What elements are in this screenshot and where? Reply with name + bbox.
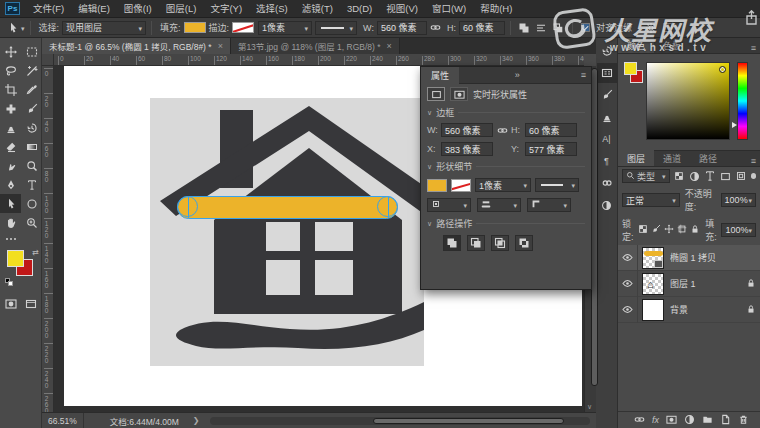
path-selection-tool[interactable] [0,194,21,213]
eyedropper-tool[interactable] [21,80,42,99]
layer-thumbnail[interactable] [642,299,664,321]
edit-toolbar-icon[interactable] [0,232,21,246]
stroke-width-dropdown[interactable]: 1像素 [258,21,312,35]
stroke-corners-dropdown[interactable] [527,198,571,212]
section-border[interactable]: 边框 [421,104,591,121]
menu-item-0[interactable]: 文件(F) [26,0,71,18]
default-colors-icon[interactable] [5,278,14,287]
tab-paths[interactable]: 路径 [690,150,726,166]
height-field[interactable]: 60 像素 [525,123,577,137]
shape-tool[interactable] [21,194,42,213]
fill-dropdown[interactable]: 100% [721,223,756,237]
path-alignment-button[interactable] [533,20,550,36]
shape-radius-handle-left[interactable] [177,196,198,217]
x-field[interactable]: 383 像素 [441,142,493,156]
layer-thumbnail[interactable]: ⌂ [642,273,664,295]
mask-properties-icon[interactable] [450,87,468,101]
layer-row-background[interactable]: 背景 [618,297,760,323]
path-arrangement-button[interactable] [550,20,567,36]
fill-color-swatch[interactable] [184,22,206,33]
tab-layers[interactable]: 图层 [618,150,654,166]
stroke-width-dropdown[interactable]: 1像素 [475,178,531,192]
section-path-operations[interactable]: 路径操作 [421,215,591,232]
document-tab-active[interactable]: 未标题-1 @ 66.5% (椭圆 1 拷贝, RGB/8#) * × [42,38,231,54]
libraries-panel-icon[interactable] [597,173,617,193]
lock-pixels-icon[interactable] [651,224,661,236]
link-dimensions-icon[interactable] [493,125,511,136]
quick-mask-icon[interactable] [5,298,17,312]
add-mask-icon[interactable] [666,414,677,427]
tab-channels[interactable]: 通道 [654,150,690,166]
filter-type-icon[interactable] [704,169,717,183]
stroke-color-swatch[interactable] [232,22,254,33]
layer-row-ellipse-copy[interactable]: 椭圆 1 拷贝 [618,245,760,271]
shape-stroke-swatch[interactable] [451,179,471,192]
paragraph-panel-icon[interactable]: ¶ [597,151,617,171]
filter-adjustment-icon[interactable] [688,169,701,183]
pen-tool[interactable] [0,175,21,194]
stroke-style-dropdown[interactable] [535,178,579,192]
vertical-scrollbar-thumb[interactable] [591,68,598,386]
menu-item-9[interactable]: 窗口(W) [425,0,473,18]
stroke-style-dropdown[interactable] [315,21,357,35]
menu-item-3[interactable]: 图层(L) [159,0,204,18]
menu-item-8[interactable]: 视图(V) [379,0,425,18]
panel-menu-icon[interactable]: ≡ [577,70,591,80]
new-group-icon[interactable] [702,414,713,427]
layer-name[interactable]: 背景 [670,303,688,316]
menu-item-2[interactable]: 图像(I) [117,0,159,18]
layer-name[interactable]: 椭圆 1 拷贝 [670,251,716,264]
collapse-panel-icon[interactable]: » [511,70,525,80]
brush-settings-panel-icon[interactable] [597,85,617,105]
lasso-tool[interactable] [0,61,21,80]
close-icon[interactable]: × [387,41,392,51]
link-dimensions-icon[interactable] [427,20,444,36]
horizontal-scrollbar-thumb[interactable] [373,418,563,424]
saturation-brightness-square[interactable] [646,62,730,140]
clone-stamp-tool[interactable] [0,118,21,137]
tool-preset-chevron-icon[interactable] [21,23,25,33]
menu-item-5[interactable]: 选择(S) [249,0,295,18]
document-tab-inactive[interactable]: 第13节.jpg @ 118% (图层 1, RGB/8) * × [231,38,400,54]
history-panel-icon[interactable] [597,41,617,61]
lock-position-icon[interactable] [664,224,674,236]
extra-option-checkbox[interactable] [663,23,672,32]
layer-name[interactable]: 图层 1 [670,277,696,290]
menu-item-1[interactable]: 编辑(E) [71,0,117,18]
select-mode-dropdown[interactable]: 现用图层 [62,21,146,35]
filter-type-dropdown[interactable]: 类型 [622,169,670,183]
menu-item-6[interactable]: 滤镜(T) [295,0,340,18]
subtract-shape-button[interactable] [467,235,485,251]
layer-style-fx-icon[interactable]: fx [652,415,659,425]
lock-all-icon[interactable] [690,224,700,236]
lock-artboard-icon[interactable] [677,224,687,236]
shape-radius-handle-right[interactable] [377,196,398,217]
lock-transparency-icon[interactable] [638,224,648,236]
character-panel-icon[interactable]: A| [597,129,617,149]
visibility-eye-icon[interactable] [618,297,638,323]
align-edges-checkbox[interactable] [581,23,590,32]
brush-tool[interactable] [21,99,42,118]
color-marker-icon[interactable] [719,66,726,73]
visibility-eye-icon[interactable] [618,245,638,271]
zoom-tool[interactable] [21,213,42,232]
shape-width-field[interactable]: 560 像素 [377,21,427,35]
eraser-tool[interactable] [0,137,21,156]
healing-tool[interactable] [0,99,21,118]
screen-mode-icon[interactable] [25,298,37,312]
section-shape-details[interactable]: 形状细节 [421,158,591,175]
delete-layer-icon[interactable] [738,414,749,427]
adjustment-layer-icon[interactable] [684,414,695,427]
horizontal-scrollbar[interactable] [210,417,590,425]
filter-toggle-icon[interactable] [751,173,756,179]
shape-height-field[interactable]: 60 像素 [459,21,505,35]
status-options-chevron-icon[interactable]: ❯ [193,416,200,425]
gear-icon[interactable] [643,20,660,36]
ps-logo-icon[interactable]: Ps [5,2,20,15]
hand-tool[interactable] [0,213,21,232]
hue-slider[interactable] [737,62,748,140]
history-brush-tool[interactable] [21,118,42,137]
filter-pixel-icon[interactable] [673,169,686,183]
tab-color[interactable]: 颜色 [618,37,654,53]
menu-item-4[interactable]: 文字(Y) [203,0,249,18]
